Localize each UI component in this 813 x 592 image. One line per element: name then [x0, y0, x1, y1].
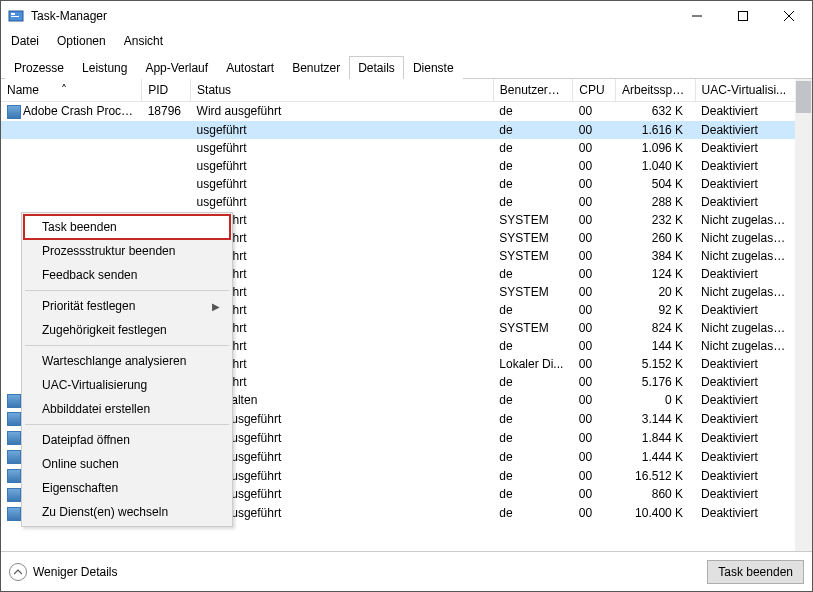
tab-dienste[interactable]: Dienste	[404, 56, 463, 79]
menu-item[interactable]: Zugehörigkeit festlegen	[24, 318, 230, 342]
menu-item[interactable]: Zu Dienst(en) wechseln	[24, 500, 230, 524]
tab-leistung[interactable]: Leistung	[73, 56, 136, 79]
maximize-button[interactable]	[720, 1, 766, 31]
table-row[interactable]: usgeführtde001.616 KDeaktiviert	[1, 121, 795, 139]
cell-cpu: 00	[573, 337, 616, 355]
cell-uac: Deaktiviert	[695, 355, 795, 373]
col-cpu[interactable]: CPU	[573, 79, 616, 102]
process-icon	[7, 412, 21, 426]
cell-status: usgeführt	[191, 355, 494, 373]
cell-mem: 5.176 K	[616, 373, 696, 391]
cell-status: usgeführt	[191, 301, 494, 319]
cell-user: de	[493, 466, 573, 485]
cell-user: de	[493, 301, 573, 319]
cell-mem: 384 K	[616, 247, 696, 265]
col-uac[interactable]: UAC-Virtualisi...	[695, 79, 795, 102]
cell-user: de	[493, 391, 573, 410]
table-row[interactable]: usgeführtde00504 KDeaktiviert	[1, 175, 795, 193]
menu-file[interactable]: Datei	[9, 32, 41, 50]
cell-user: de	[493, 373, 573, 391]
col-user[interactable]: Benutzerna...	[493, 79, 573, 102]
menu-item[interactable]: Abbilddatei erstellen	[24, 397, 230, 421]
cell-user: de	[493, 485, 573, 504]
col-mem[interactable]: Arbeitsspei...	[616, 79, 696, 102]
minimize-button[interactable]	[674, 1, 720, 31]
menu-options[interactable]: Optionen	[55, 32, 108, 50]
cell-uac: Deaktiviert	[695, 157, 795, 175]
cell-uac: Nicht zugelass...	[695, 247, 795, 265]
menu-item[interactable]: Eigenschaften	[24, 476, 230, 500]
menu-item[interactable]: UAC-Virtualisierung	[24, 373, 230, 397]
cell-uac: Deaktiviert	[695, 428, 795, 447]
menubar: Datei Optionen Ansicht	[1, 31, 812, 51]
cell-mem: 20 K	[616, 283, 696, 301]
cell-cpu: 00	[573, 211, 616, 229]
cell-pid	[142, 175, 191, 193]
end-task-button[interactable]: Task beenden	[707, 560, 804, 584]
cell-cpu: 00	[573, 175, 616, 193]
cell-mem: 1.096 K	[616, 139, 696, 157]
tab-prozesse[interactable]: Prozesse	[5, 56, 73, 79]
cell-user: de	[493, 504, 573, 523]
cell-mem: 504 K	[616, 175, 696, 193]
cell-user: de	[493, 337, 573, 355]
close-button[interactable]	[766, 1, 812, 31]
menu-item[interactable]: Feedback senden	[24, 263, 230, 287]
cell-mem: 92 K	[616, 301, 696, 319]
cell-user: de	[493, 139, 573, 157]
tab-benutzer[interactable]: Benutzer	[283, 56, 349, 79]
menu-item-label: Zugehörigkeit festlegen	[42, 323, 167, 337]
menu-item[interactable]: Warteschlange analysieren	[24, 349, 230, 373]
cell-user: SYSTEM	[493, 319, 573, 337]
process-icon	[7, 507, 21, 521]
cell-pid	[142, 139, 191, 157]
col-pid[interactable]: PID	[142, 79, 191, 102]
cell-user: de	[493, 193, 573, 211]
menu-separator	[25, 345, 229, 346]
fewer-details-link[interactable]: Weniger Details	[33, 565, 117, 579]
table-header-row: Name˄ PID Status Benutzerna... CPU Arbei…	[1, 79, 795, 102]
col-name[interactable]: Name˄	[1, 79, 142, 102]
scrollbar-thumb[interactable]	[796, 81, 811, 113]
cell-status: usgeführt	[191, 247, 494, 265]
cell-mem: 144 K	[616, 337, 696, 355]
cell-status: Wird ausgeführt	[191, 410, 494, 429]
cell-cpu: 00	[573, 193, 616, 211]
vertical-scrollbar[interactable]	[795, 79, 812, 551]
cell-cpu: 00	[573, 504, 616, 523]
menu-view[interactable]: Ansicht	[122, 32, 165, 50]
footer: Weniger Details Task beenden	[1, 551, 812, 591]
cell-name	[1, 175, 142, 193]
cell-uac: Nicht zugelass...	[695, 283, 795, 301]
cell-uac: Nicht zugelass...	[695, 229, 795, 247]
cell-mem: 824 K	[616, 319, 696, 337]
cell-status: usgeführt	[191, 319, 494, 337]
cell-uac: Deaktiviert	[695, 485, 795, 504]
process-icon	[7, 488, 21, 502]
menu-item[interactable]: Prozessstruktur beenden	[24, 239, 230, 263]
cell-uac: Nicht zugelass...	[695, 211, 795, 229]
menu-item[interactable]: Online suchen	[24, 452, 230, 476]
cell-cpu: 00	[573, 355, 616, 373]
menu-item[interactable]: Dateipfad öffnen	[24, 428, 230, 452]
cell-uac: Deaktiviert	[695, 373, 795, 391]
menu-item[interactable]: Task beenden	[24, 215, 230, 239]
menu-item-label: UAC-Virtualisierung	[42, 378, 147, 392]
table-row[interactable]: usgeführtde001.096 KDeaktiviert	[1, 139, 795, 157]
cell-cpu: 00	[573, 485, 616, 504]
cell-status: Wird ausgeführt	[191, 102, 494, 121]
cell-uac: Deaktiviert	[695, 447, 795, 466]
tab-app-verlauf[interactable]: App-Verlauf	[136, 56, 217, 79]
table-row[interactable]: Adobe Crash Proces...18796Wird ausgeführ…	[1, 102, 795, 121]
col-status[interactable]: Status	[191, 79, 494, 102]
svg-rect-2	[11, 16, 19, 17]
table-row[interactable]: usgeführtde00288 KDeaktiviert	[1, 193, 795, 211]
cell-user: SYSTEM	[493, 229, 573, 247]
menu-item[interactable]: Priorität festlegen▶	[24, 294, 230, 318]
tab-autostart[interactable]: Autostart	[217, 56, 283, 79]
cell-uac: Deaktiviert	[695, 193, 795, 211]
tab-details[interactable]: Details	[349, 56, 404, 79]
cell-status: usgeführt	[191, 211, 494, 229]
table-row[interactable]: usgeführtde001.040 KDeaktiviert	[1, 157, 795, 175]
chevron-up-icon[interactable]	[9, 563, 27, 581]
